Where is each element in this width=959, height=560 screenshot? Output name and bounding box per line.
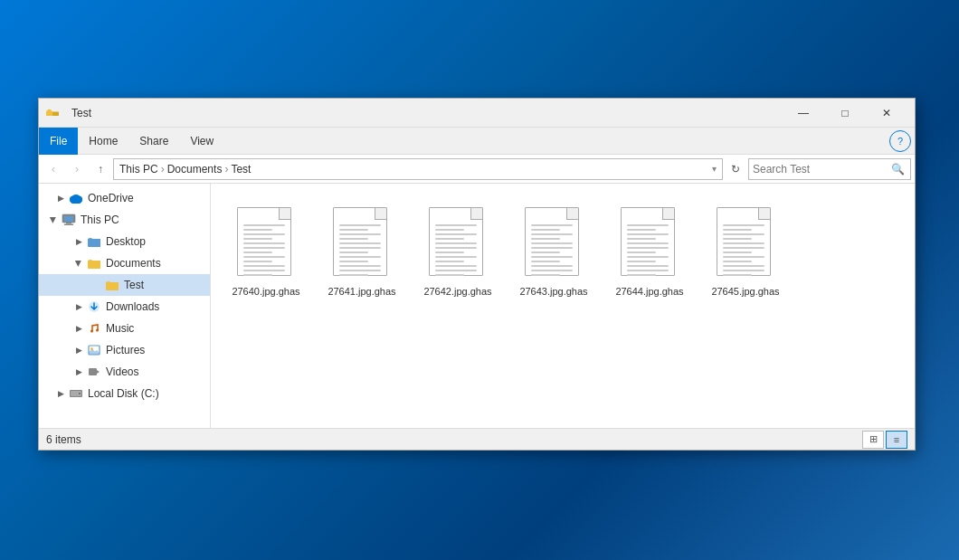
svg-rect-10 — [64, 224, 73, 226]
expand-arrow-pictures: ▶ — [71, 343, 86, 357]
file-icon-5 — [717, 207, 774, 280]
folder-icon-small — [46, 106, 61, 120]
sidebar-label-pictures: Pictures — [106, 344, 145, 356]
sidebar: ▶ OneDrive ▶ This PC ▶ Deskto — [39, 184, 211, 428]
file-name-0: 27640.jpg.ghas — [232, 285, 299, 298]
menu-bar: File Home Share View ? — [39, 128, 915, 155]
sidebar-label-videos: Videos — [106, 365, 138, 378]
expand-arrow-documents: ▶ — [71, 256, 86, 271]
pc-icon — [61, 212, 77, 228]
sidebar-item-this-pc[interactable]: ▶ This PC — [39, 209, 210, 231]
file-item-2[interactable]: 27642.jpg.ghas — [417, 202, 498, 303]
sidebar-item-downloads[interactable]: ▶ Downloads — [39, 296, 210, 318]
sidebar-item-music[interactable]: ▶ Music — [39, 318, 210, 339]
menu-file[interactable]: File — [39, 128, 78, 155]
title-bar-icons — [46, 106, 61, 120]
search-icon[interactable]: 🔍 — [888, 160, 907, 178]
window-title: Test — [71, 107, 783, 119]
downloads-icon — [86, 299, 102, 315]
sidebar-item-pictures[interactable]: ▶ Pictures — [39, 339, 210, 361]
file-item-1[interactable]: 27641.jpg.ghas — [321, 202, 403, 303]
content-pane: 27640.jpg.ghas — [211, 184, 915, 428]
file-explorer-window: Test — □ ✕ File Home Share View ? ‹ › ↑ … — [38, 98, 916, 451]
minimize-button[interactable]: — — [783, 99, 824, 128]
sidebar-item-onedrive[interactable]: ▶ OneDrive — [39, 187, 210, 209]
expand-arrow-onedrive: ▶ — [53, 191, 68, 205]
path-segment-this-pc[interactable]: This PC — [119, 163, 158, 176]
sidebar-item-local-disk[interactable]: ▶ Local Disk (C:) — [39, 383, 210, 404]
path-segment-test[interactable]: Test — [231, 163, 251, 176]
svg-rect-2 — [52, 111, 59, 116]
menu-view[interactable]: View — [179, 128, 224, 155]
sidebar-label-desktop: Desktop — [106, 235, 146, 248]
svg-point-6 — [72, 195, 80, 200]
address-path[interactable]: This PC › Documents › Test ▾ — [113, 158, 723, 180]
sidebar-item-videos[interactable]: ▶ Videos — [39, 361, 210, 383]
files-grid: 27640.jpg.ghas — [225, 202, 900, 303]
file-item-3[interactable]: 27643.jpg.ghas — [513, 202, 594, 303]
back-button[interactable]: ‹ — [43, 158, 64, 180]
sidebar-label-downloads: Downloads — [106, 300, 159, 313]
file-name-5: 27645.jpg.ghas — [711, 285, 779, 298]
forward-button[interactable]: › — [66, 158, 88, 180]
file-name-3: 27643.jpg.ghas — [519, 285, 587, 298]
expand-arrow-local-disk: ▶ — [53, 386, 68, 401]
sidebar-item-desktop[interactable]: ▶ Desktop — [39, 231, 210, 252]
hdd-icon — [68, 385, 84, 402]
file-icon-1 — [333, 207, 391, 280]
help-button[interactable]: ? — [889, 130, 911, 152]
menu-share[interactable]: Share — [128, 128, 179, 155]
expand-arrow-desktop: ▶ — [71, 234, 86, 249]
svg-point-20 — [79, 393, 81, 394]
menu-bar-right: ? — [889, 130, 915, 152]
folder-desktop-icon — [86, 233, 102, 250]
maximize-button[interactable]: □ — [824, 99, 866, 128]
search-input[interactable] — [753, 163, 888, 176]
file-item-4[interactable]: 27644.jpg.ghas — [609, 202, 690, 303]
path-dropdown-icon: ▾ — [712, 164, 717, 174]
main-area: ▶ OneDrive ▶ This PC ▶ Deskto — [39, 184, 915, 428]
file-item-5[interactable]: 27645.jpg.ghas — [705, 202, 786, 303]
close-button[interactable]: ✕ — [866, 99, 907, 128]
menu-home[interactable]: Home — [78, 128, 128, 155]
sidebar-label-onedrive: OneDrive — [88, 192, 134, 204]
status-bar: 6 items ⊞ ≡ — [39, 428, 915, 450]
address-bar: ‹ › ↑ This PC › Documents › Test ▾ ↻ 🔍 — [39, 155, 915, 184]
svg-marker-17 — [97, 370, 100, 374]
view-buttons: ⊞ ≡ — [862, 431, 907, 449]
search-box[interactable]: 🔍 — [748, 158, 911, 180]
svg-point-12 — [90, 330, 93, 333]
pictures-icon — [86, 342, 102, 358]
path-separator-1: › — [161, 163, 165, 176]
sidebar-label-documents: Documents — [106, 257, 161, 270]
sidebar-label-test: Test — [124, 279, 144, 291]
up-button[interactable]: ↑ — [90, 158, 111, 180]
title-bar: Test — □ ✕ — [39, 99, 915, 128]
path-segment-documents[interactable]: Documents — [167, 163, 223, 176]
cloud-icon — [68, 190, 84, 206]
file-icon-4 — [621, 207, 679, 280]
file-name-1: 27641.jpg.ghas — [328, 285, 395, 298]
sidebar-item-documents[interactable]: ▶ Documents — [39, 252, 210, 274]
refresh-button[interactable]: ↻ — [725, 158, 746, 180]
file-name-2: 27642.jpg.ghas — [423, 285, 491, 298]
expand-arrow-this-pc: ▶ — [46, 213, 61, 227]
view-grid-button[interactable]: ⊞ — [862, 431, 884, 449]
sidebar-label-music: Music — [106, 322, 134, 335]
status-items-count: 6 items — [46, 433, 81, 446]
file-name-4: 27644.jpg.ghas — [615, 285, 683, 298]
sidebar-item-test[interactable]: ▶ Test — [39, 274, 210, 296]
file-icon-2 — [429, 207, 487, 280]
svg-rect-16 — [89, 368, 97, 375]
folder-documents-icon — [86, 255, 102, 271]
expand-arrow-videos: ▶ — [71, 365, 86, 379]
file-item-0[interactable]: 27640.jpg.ghas — [225, 202, 307, 303]
expand-arrow-downloads: ▶ — [71, 299, 86, 314]
up-arrow-icon: ↑ — [98, 163, 103, 176]
svg-point-13 — [96, 329, 99, 332]
window-controls: — □ ✕ — [783, 99, 907, 128]
sidebar-label-local-disk: Local Disk (C:) — [88, 387, 159, 400]
view-list-button[interactable]: ≡ — [886, 431, 907, 449]
svg-rect-9 — [66, 223, 71, 224]
file-icon-0 — [237, 207, 295, 280]
